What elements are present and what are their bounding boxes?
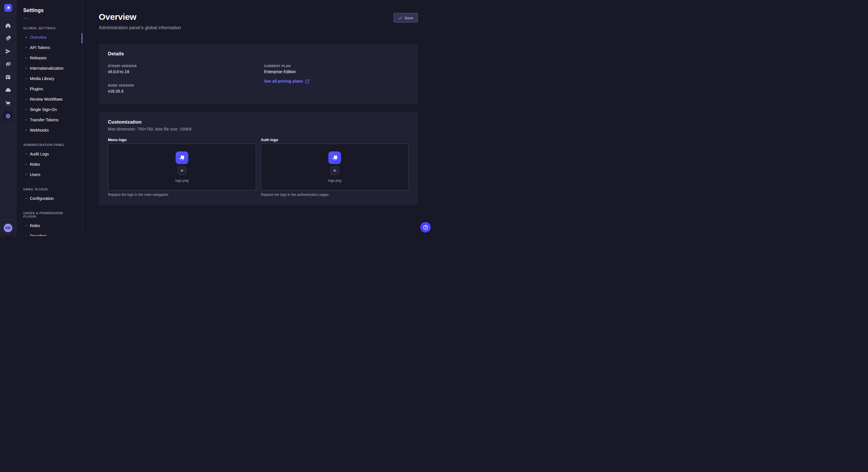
bullet-icon <box>26 37 27 38</box>
bullet-icon <box>26 130 27 131</box>
current-plan-field: CURRENT PLAN Enterprise Edition <box>264 64 409 74</box>
auth-logo-file-name: logo.png <box>328 179 341 183</box>
main-nav-rail: KD <box>0 0 17 236</box>
email-plugin-list: Configuration <box>17 193 82 204</box>
sidebar-item-audit-logs[interactable]: Audit Logs <box>17 149 82 159</box>
sidebar-item-up-roles[interactable]: Roles <box>17 221 82 231</box>
sidebar-item-email-configuration[interactable]: Configuration <box>17 193 82 204</box>
plus-icon <box>180 169 184 173</box>
details-left-column: STRAPI VERSION v5.0.0-rc.19 NODE VERSION… <box>108 64 253 94</box>
main-content: Overview Administration panel’s global i… <box>83 0 434 236</box>
external-link-icon <box>305 79 309 83</box>
sidebar-item-overview[interactable]: Overview <box>17 32 82 42</box>
details-right-column: CURRENT PLAN Enterprise Edition See all … <box>264 64 409 94</box>
subnav-title: Settings <box>17 7 82 13</box>
sidebar-item-internationalization[interactable]: Internationalization <box>17 63 82 73</box>
details-card: Details STRAPI VERSION v5.0.0-rc.19 NODE… <box>99 43 418 104</box>
bullet-icon <box>26 235 27 236</box>
auth-logo-hint: Replace the logo in the authentication p… <box>261 193 409 197</box>
sidebar-item-webhooks[interactable]: Webhooks <box>17 125 82 135</box>
administration-panel-list: Audit Logs Roles Users <box>17 149 82 180</box>
section-global-settings: GLOBAL SETTINGS <box>17 26 82 30</box>
strapi-admin-app: KD Settings GLOBAL SETTINGS Overview API… <box>0 0 434 236</box>
help-button[interactable] <box>420 222 431 233</box>
bullet-icon <box>26 57 27 59</box>
content-manager-icon[interactable] <box>2 71 14 83</box>
sidebar-item-releases[interactable]: Releases <box>17 53 82 63</box>
rail-icon-nav <box>2 16 14 121</box>
menu-logo-file-name: logo.png <box>175 179 189 183</box>
settings-gear-icon[interactable] <box>3 111 13 121</box>
strapi-version-field: STRAPI VERSION v5.0.0-rc.19 <box>108 64 253 74</box>
section-users-permissions-plugin: USERS & PERMISSIONS PLUGIN <box>17 211 82 218</box>
settings-subnav: Settings GLOBAL SETTINGS Overview API To… <box>17 0 83 236</box>
node-version-value: v18.20.3 <box>108 89 253 94</box>
pricing-plans-link[interactable]: See all pricing plans <box>264 79 309 83</box>
bullet-icon <box>26 154 27 155</box>
sidebar-item-admin-users[interactable]: Users <box>17 169 82 180</box>
current-plan-label: CURRENT PLAN <box>264 64 409 68</box>
strapi-logo-preview <box>329 151 341 164</box>
section-administration-panel: ADMINISTRATION PANEL <box>17 143 82 146</box>
feather-icon[interactable] <box>2 32 14 45</box>
bullet-icon <box>26 198 27 199</box>
paper-plane-icon[interactable] <box>2 45 14 58</box>
section-email-plugin: EMAIL PLUGIN <box>17 188 82 191</box>
sidebar-item-single-sign-on[interactable]: Single Sign-On <box>17 104 82 115</box>
strapi-logo-icon[interactable] <box>4 4 12 12</box>
save-button[interactable]: Save <box>394 13 418 23</box>
page-title: Overview <box>99 12 181 22</box>
node-version-label: NODE VERSION <box>108 84 253 87</box>
node-version-field: NODE VERSION v18.20.3 <box>108 84 253 94</box>
bullet-icon <box>26 174 27 175</box>
add-auth-logo-button[interactable] <box>330 166 339 175</box>
details-card-title: Details <box>108 51 409 57</box>
sidebar-item-media-library[interactable]: Media Library <box>17 73 82 84</box>
bullet-icon <box>26 119 27 121</box>
menu-logo-hint: Replace the logo in the main navigation <box>108 193 256 197</box>
strapi-version-value: v5.0.0-rc.19 <box>108 69 253 74</box>
bullet-icon <box>26 225 27 226</box>
page-header: Overview Administration panel’s global i… <box>83 0 434 30</box>
menu-logo-upload-zone[interactable]: logo.png <box>108 144 256 191</box>
bullet-icon <box>26 164 27 165</box>
media-library-icon[interactable] <box>2 58 14 71</box>
customization-card-title: Customization <box>108 119 409 125</box>
rail-bottom: KD <box>0 220 16 236</box>
current-plan-value: Enterprise Edition <box>264 69 409 74</box>
plus-icon <box>333 169 337 173</box>
menu-logo-label: Menu logo <box>108 138 256 142</box>
bullet-icon <box>26 88 27 90</box>
active-item-indicator <box>82 33 82 43</box>
strapi-logo-preview <box>176 151 188 164</box>
users-permissions-list: Roles Providers <box>17 221 82 236</box>
strapi-version-label: STRAPI VERSION <box>108 64 253 68</box>
bullet-icon <box>26 99 27 100</box>
auth-logo-upload-zone[interactable]: logo.png <box>261 144 409 191</box>
customization-constraints: Max dimension: 750×750, Max file size: 1… <box>108 127 409 131</box>
global-settings-list: Overview API Tokens Releases Internation… <box>17 32 82 135</box>
question-circle-icon <box>423 225 429 230</box>
bullet-icon <box>26 109 27 110</box>
sidebar-item-plugins[interactable]: Plugins <box>17 84 82 94</box>
auth-logo-field: Auth logo logo.png Replace the logo in t… <box>261 138 409 197</box>
user-avatar[interactable]: KD <box>4 224 12 232</box>
menu-logo-field: Menu logo logo.png Replace the logo in t… <box>108 138 256 197</box>
sidebar-item-up-providers[interactable]: Providers <box>17 231 82 236</box>
home-icon[interactable] <box>2 19 14 32</box>
bullet-icon <box>26 78 27 79</box>
marketplace-cart-icon[interactable] <box>2 96 14 109</box>
cloud-icon[interactable] <box>2 83 14 96</box>
auth-logo-label: Auth logo <box>261 138 409 142</box>
check-icon <box>398 16 402 20</box>
sidebar-item-api-tokens[interactable]: API Tokens <box>17 42 82 53</box>
customization-card: Customization Max dimension: 750×750, Ma… <box>99 112 418 205</box>
workspace-logo-wrap <box>0 0 16 16</box>
sidebar-item-transfer-tokens[interactable]: Transfer Tokens <box>17 115 82 125</box>
bullet-icon <box>26 68 27 69</box>
title-divider <box>23 18 29 19</box>
page-subtitle: Administration panel’s global informatio… <box>99 25 181 30</box>
sidebar-item-review-workflows[interactable]: Review Workflows <box>17 94 82 104</box>
add-menu-logo-button[interactable] <box>178 166 186 175</box>
sidebar-item-admin-roles[interactable]: Roles <box>17 159 82 169</box>
